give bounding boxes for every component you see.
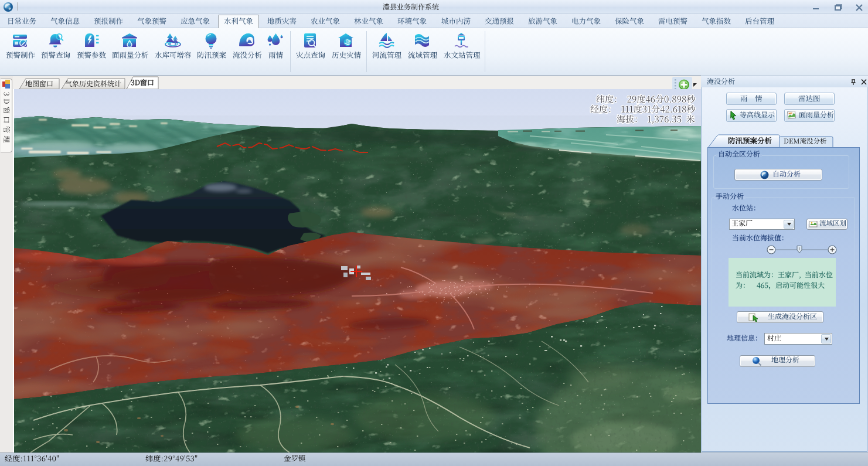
svg-text:%: % [346, 40, 349, 45]
